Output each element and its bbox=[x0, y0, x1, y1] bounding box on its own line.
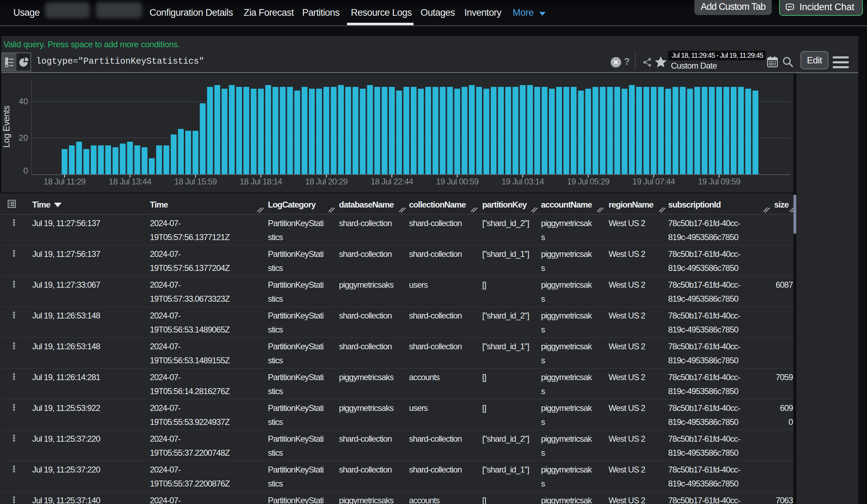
svg-text:18 Jul 11:29: 18 Jul 11:29 bbox=[44, 177, 86, 186]
svg-text:18 Jul 18:14: 18 Jul 18:14 bbox=[240, 177, 283, 186]
svg-text:40: 40 bbox=[19, 97, 28, 106]
svg-text:20: 20 bbox=[19, 133, 28, 142]
svg-text:19 Jul 00:59: 19 Jul 00:59 bbox=[436, 177, 479, 186]
svg-text:19 Jul 09:59: 19 Jul 09:59 bbox=[698, 177, 741, 186]
svg-text:18 Jul 20:29: 18 Jul 20:29 bbox=[305, 177, 348, 186]
svg-text:0: 0 bbox=[23, 166, 28, 175]
svg-text:19 Jul 05:29: 19 Jul 05:29 bbox=[567, 177, 610, 186]
svg-text:Log Events: Log Events bbox=[1, 106, 11, 148]
svg-text:19 Jul 03:14: 19 Jul 03:14 bbox=[501, 177, 544, 186]
svg-text:18 Jul 13:44: 18 Jul 13:44 bbox=[109, 177, 152, 186]
svg-text:19 Jul 07:44: 19 Jul 07:44 bbox=[632, 177, 675, 186]
svg-text:18 Jul 22:44: 18 Jul 22:44 bbox=[370, 177, 413, 186]
svg-text:18 Jul 15:59: 18 Jul 15:59 bbox=[174, 177, 217, 186]
